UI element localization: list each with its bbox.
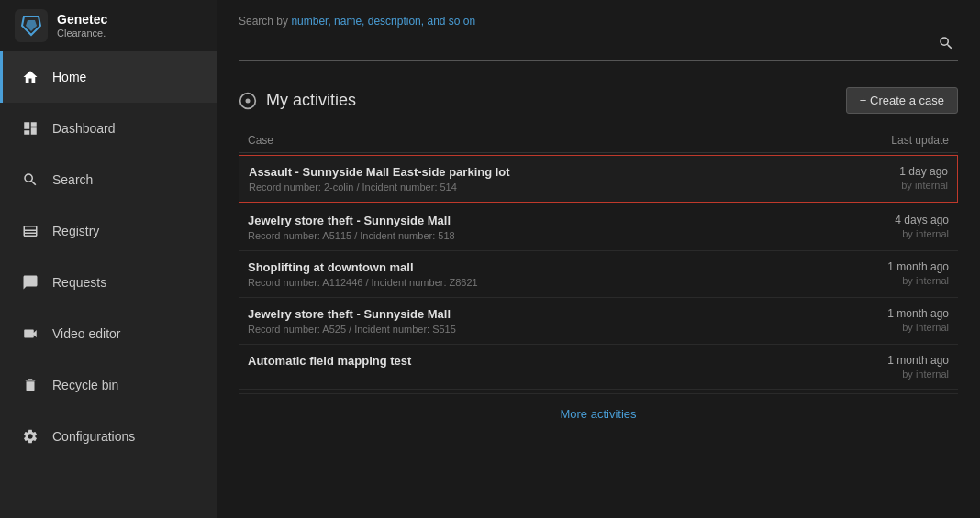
search-input-row [239, 33, 958, 61]
column-last-update: Last update [891, 134, 949, 147]
case-info: Automatic field mapping test [248, 354, 411, 370]
table-row[interactable]: Jewelry store theft - Sunnyside MallReco… [239, 204, 958, 251]
search-hint: Search by number, name, description, and… [239, 15, 958, 28]
main-content: Search by number, name, description, and… [217, 0, 980, 518]
recycle-bin-icon [21, 376, 39, 394]
configurations-icon [21, 427, 39, 446]
create-case-button[interactable]: + Create a case [846, 87, 958, 114]
sidebar-item-configurations[interactable]: Configurations [0, 411, 217, 462]
sidebar-item-dashboard-label: Dashboard [52, 121, 116, 136]
logo-text: Genetec Clearance. [57, 12, 107, 39]
search-input[interactable] [239, 38, 934, 52]
case-info: Assault - Sunnyside Mall East-side parki… [249, 165, 510, 193]
case-time: 1 month agoby internal [887, 354, 949, 380]
case-time-value: 4 days ago [895, 214, 949, 226]
sidebar: Genetec Clearance. Home Dashboard Search [0, 0, 217, 518]
registry-icon [21, 222, 39, 240]
sidebar-item-registry-label: Registry [52, 224, 99, 238]
search-bar-area: Search by number, name, description, and… [217, 0, 980, 72]
sidebar-item-registry[interactable]: Registry [0, 205, 217, 257]
column-case: Case [248, 134, 273, 147]
dashboard-icon [21, 119, 39, 138]
sidebar-item-dashboard[interactable]: Dashboard [0, 103, 217, 154]
sidebar-item-requests[interactable]: Requests [0, 257, 217, 308]
case-time-value: 1 month ago [887, 260, 949, 273]
sidebar-item-configurations-label: Configurations [52, 429, 135, 444]
sidebar-item-recycle-bin[interactable]: Recycle bin [0, 359, 217, 411]
case-time: 1 month agoby internal [887, 307, 949, 333]
sidebar-item-search[interactable]: Search [0, 154, 217, 205]
genetec-logo-icon [15, 9, 48, 42]
brand-sub: Clearance. [57, 28, 107, 39]
logo-area: Genetec Clearance. [0, 0, 217, 51]
case-title: Automatic field mapping test [248, 354, 411, 368]
case-title: Shoplifting at downtown mall [248, 260, 478, 274]
more-activities-link[interactable]: More activities [239, 393, 958, 434]
case-time: 1 month agoby internal [887, 260, 949, 286]
svg-point-4 [246, 98, 251, 103]
case-time-value: 1 day ago [899, 165, 948, 178]
case-time-value: 1 month ago [887, 354, 949, 367]
case-by-internal: by internal [902, 369, 949, 380]
sidebar-item-home[interactable]: Home [0, 51, 217, 103]
case-title: Jewelry store theft - Sunnyside Mall [248, 214, 455, 227]
brand-name: Genetec [57, 12, 107, 28]
activities-section: My activities + Create a case Case Last … [217, 72, 980, 518]
case-meta: Record number: A525 / Incident number: S… [248, 324, 456, 335]
table-row[interactable]: Jewelry store theft - Sunnyside MallReco… [239, 298, 958, 345]
table-row[interactable]: Automatic field mapping test1 month agob… [239, 345, 958, 390]
case-time-value: 1 month ago [887, 307, 949, 320]
sidebar-item-video-editor-label: Video editor [52, 326, 120, 341]
section-title: My activities [239, 91, 356, 110]
home-icon [21, 68, 39, 86]
section-header: My activities + Create a case [239, 87, 958, 114]
sidebar-item-video-editor[interactable]: Video editor [0, 308, 217, 359]
case-title: Jewelry store theft - Sunnyside Mall [248, 307, 456, 321]
case-time: 4 days agoby internal [895, 214, 949, 239]
search-nav-icon [21, 171, 39, 189]
case-meta: Record number: 2-colin / Incident number… [249, 182, 510, 193]
search-button[interactable] [934, 33, 958, 56]
case-info: Jewelry store theft - Sunnyside MallReco… [248, 214, 455, 241]
requests-icon [21, 273, 39, 292]
case-info: Shoplifting at downtown mallRecord numbe… [248, 260, 478, 288]
case-by-internal: by internal [902, 322, 949, 333]
case-time: 1 day agoby internal [899, 165, 948, 191]
case-info: Jewelry store theft - Sunnyside MallReco… [248, 307, 456, 335]
table-header: Case Last update [239, 128, 958, 153]
case-by-internal: by internal [902, 275, 949, 286]
sidebar-item-requests-label: Requests [52, 275, 106, 290]
table-row[interactable]: Shoplifting at downtown mallRecord numbe… [239, 251, 958, 298]
table-row[interactable]: Assault - Sunnyside Mall East-side parki… [239, 155, 958, 203]
case-meta: Record number: A112446 / Incident number… [248, 277, 478, 288]
sidebar-item-search-label: Search [52, 172, 93, 187]
activities-title: My activities [266, 91, 356, 110]
case-title: Assault - Sunnyside Mall East-side parki… [249, 165, 510, 179]
sidebar-item-home-label: Home [52, 70, 86, 84]
case-by-internal: by internal [902, 228, 949, 239]
case-meta: Record number: A5115 / Incident number: … [248, 230, 455, 241]
nav-items: Home Dashboard Search Registry [0, 51, 217, 518]
activities-icon [239, 92, 257, 110]
sidebar-item-recycle-bin-label: Recycle bin [52, 378, 118, 392]
case-rows-container: Assault - Sunnyside Mall East-side parki… [239, 155, 958, 390]
video-editor-icon [21, 325, 39, 343]
case-by-internal: by internal [901, 180, 948, 191]
